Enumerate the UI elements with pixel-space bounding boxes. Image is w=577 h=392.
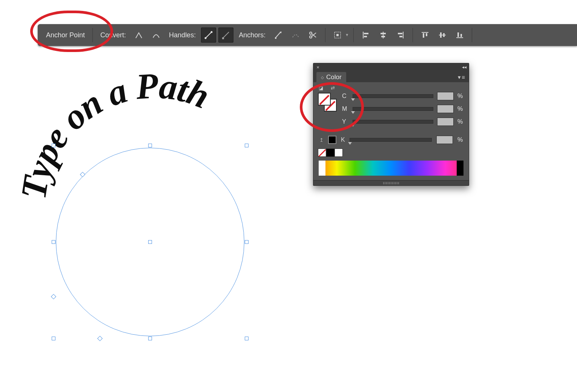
align-right-button[interactable] [393,28,408,43]
bbox-handle-tl[interactable] [52,144,55,147]
channel-label-y: Y [342,118,349,125]
convert-label: Convert: [97,31,129,39]
color-spectrum[interactable] [319,161,463,176]
hide-handles-button[interactable] [218,28,233,43]
fill-swatch[interactable] [318,93,331,106]
fill-stroke-tiny-icon[interactable]: ◪ [319,85,323,91]
slider-m[interactable] [353,107,433,111]
panel-body: ◪ ⇄ C % M % Y % ↥ K [313,82,469,180]
value-y-input[interactable] [437,118,454,126]
separator [353,28,354,42]
show-handles-button[interactable] [201,28,216,43]
svg-rect-18 [423,33,424,38]
panel-close-button[interactable]: × [315,64,321,70]
svg-rect-23 [456,37,463,38]
svg-rect-16 [399,36,402,37]
svg-rect-10 [364,36,367,37]
svg-point-1 [211,31,213,33]
anchor-point-icon[interactable] [97,336,103,341]
svg-rect-24 [457,32,459,37]
svg-rect-8 [363,32,364,38]
convert-to-corner-button[interactable] [131,28,146,43]
tab-caret-icon: ◇ [321,75,324,80]
handles-label: Handles: [166,31,199,39]
svg-rect-2 [222,37,224,39]
separator [92,28,93,42]
swatch-black[interactable] [326,149,335,157]
bbox-handle-ml[interactable] [52,240,55,244]
convert-to-smooth-button[interactable] [149,28,164,43]
anchor-point-icon[interactable] [51,294,56,299]
dropdown-caret-icon[interactable]: ▼ [345,33,349,37]
bbox-handle-tr[interactable] [245,144,249,147]
slider-c[interactable] [353,94,433,98]
swatch-white[interactable] [335,149,343,157]
svg-rect-9 [364,33,368,34]
isolate-button[interactable] [330,28,345,43]
svg-rect-7 [336,34,339,36]
panel-collapse-button[interactable]: ◂◂ [462,64,467,70]
slider-y[interactable] [353,120,433,124]
align-top-button[interactable] [417,28,433,43]
svg-rect-20 [439,35,446,35]
panel-titlebar[interactable]: × ◂◂ [313,63,469,72]
bbox-handle-tm[interactable] [148,144,152,147]
panel-tabbar: ◇ Color ▾≡ [313,72,469,82]
svg-rect-14 [403,32,404,38]
svg-rect-11 [383,32,384,38]
bbox-handle-mr[interactable] [245,240,249,244]
align-vcenter-button[interactable] [435,28,450,43]
separator [472,28,472,42]
color-panel[interactable]: × ◂◂ ◇ Color ▾≡ ◪ ⇄ C % M % [313,63,469,186]
color-tab[interactable]: ◇ Color [316,72,346,82]
svg-rect-3 [275,37,276,39]
remove-anchor-button[interactable] [271,28,286,43]
bbox-handle-br[interactable] [245,337,249,340]
bbox-handle-bl[interactable] [52,337,55,340]
percent-label: % [457,118,464,125]
selection-bounding-box[interactable] [54,145,247,338]
align-hcenter-button[interactable] [376,28,391,43]
svg-rect-17 [422,32,428,33]
cut-path-button[interactable] [305,28,321,43]
svg-rect-22 [443,33,445,37]
svg-rect-12 [381,33,386,34]
anchor-point-icon[interactable] [80,172,85,177]
svg-rect-21 [440,32,442,38]
last-color-icon[interactable]: ↥ [319,137,324,143]
quick-swatches [318,149,464,157]
slider-k[interactable] [350,138,432,142]
control-bar: Anchor Point Convert: Handles: Anchors: … [38,24,577,46]
channel-label-k: K [341,136,345,143]
bbox-handle-center[interactable] [148,240,152,244]
align-left-button[interactable] [358,28,373,43]
align-bottom-button[interactable] [452,28,467,43]
svg-rect-15 [398,33,402,34]
anchors-label: Anchors: [236,31,269,39]
tool-indicator-label: Anchor Point [43,31,88,39]
panel-title: Color [326,74,342,81]
panel-menu-button[interactable]: ▾≡ [458,74,466,81]
last-color-swatch[interactable] [328,136,336,144]
bbox-handle-bm[interactable] [148,337,152,340]
svg-point-0 [205,37,207,39]
svg-rect-25 [460,34,462,37]
separator [325,28,325,42]
percent-label: % [457,136,464,143]
swap-fill-stroke-icon[interactable]: ⇄ [331,85,335,91]
connect-anchors-button[interactable] [288,28,303,43]
separator [413,28,413,42]
svg-rect-13 [381,36,385,37]
swatch-none[interactable] [318,149,326,157]
svg-rect-19 [426,33,427,36]
artboard-canvas[interactable]: Type on a Path [0,49,302,351]
panel-resize-grip[interactable] [313,180,469,185]
value-k-input[interactable] [436,136,453,144]
